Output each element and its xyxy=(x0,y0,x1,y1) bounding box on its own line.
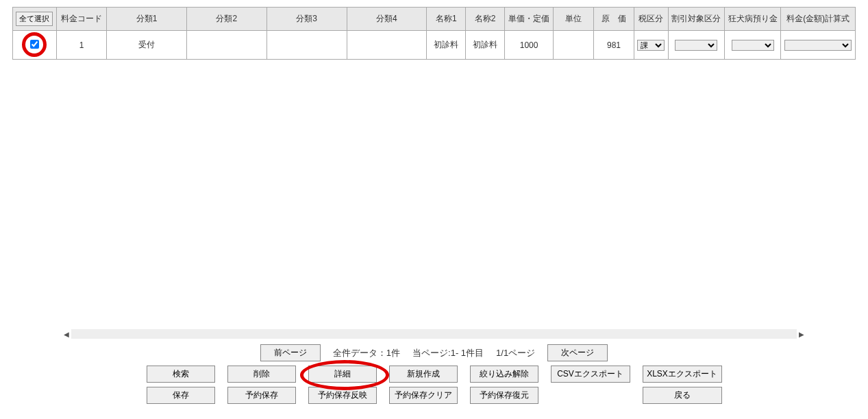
header-name2: 名称2 xyxy=(466,8,505,31)
cell-tax-type: 課 xyxy=(634,31,668,60)
row-checkbox[interactable] xyxy=(30,40,39,49)
paging-row: 前ページ 全件データ：1件 当ページ:1- 1件目 1/1ページ 次ページ xyxy=(260,344,608,361)
action-row-1: 検索 削除 詳細 新規作成 絞り込み解除 CSVエクスポート XLSXエクスポー… xyxy=(147,366,722,383)
footer: 前ページ 全件データ：1件 当ページ:1- 1件目 1/1ページ 次ページ 検索… xyxy=(0,342,868,404)
header-tax-type: 税区分 xyxy=(634,8,668,31)
header-cost: 原 価 xyxy=(594,8,634,31)
scroll-right-icon[interactable]: ▶ xyxy=(797,329,806,339)
reserve-save-button[interactable]: 予約保存 xyxy=(227,387,296,404)
header-fee-code: 料金コード xyxy=(56,8,106,31)
search-button[interactable]: 検索 xyxy=(147,366,215,383)
header-cat2: 分類2 xyxy=(186,8,266,31)
fee-table: 全て選択 料金コード 分類1 分類2 分類3 分類4 名称1 名称2 単価・定価… xyxy=(12,7,856,60)
scroll-track[interactable] xyxy=(71,329,797,339)
xlsx-export-button[interactable]: XLSXエクスポート xyxy=(643,366,722,383)
select-all-button[interactable]: 全て選択 xyxy=(16,12,53,26)
header-discount-type: 割引対象区分 xyxy=(668,8,724,31)
page-of-label: 1/1ページ xyxy=(496,347,535,359)
header-rabies-deposit: 狂犬病預り金 xyxy=(724,8,780,31)
current-range-label: 当ページ:1- 1件目 xyxy=(412,347,484,359)
reserve-restore-button[interactable]: 予約保存復元 xyxy=(470,387,538,404)
cell-cost: 981 xyxy=(594,31,634,60)
cell-name2: 初診料 xyxy=(466,31,505,60)
rabies-deposit-select[interactable] xyxy=(732,40,774,51)
cell-cat4 xyxy=(347,31,427,60)
tax-type-select[interactable]: 課 xyxy=(637,40,665,51)
fee-formula-select[interactable] xyxy=(784,40,852,51)
detail-button[interactable]: 詳細 xyxy=(308,366,377,383)
scroll-left-icon[interactable]: ◀ xyxy=(62,329,71,339)
header-select: 全て選択 xyxy=(13,8,57,31)
total-count-label: 全件データ：1件 xyxy=(333,347,400,359)
new-button[interactable]: 新規作成 xyxy=(389,366,458,383)
app-window: 全て選択 料金コード 分類1 分類2 分類3 分類4 名称1 名称2 単価・定価… xyxy=(0,0,868,419)
cell-fee-formula xyxy=(781,31,856,60)
header-unit-price: 単価・定価 xyxy=(505,8,554,31)
horizontal-scrollbar[interactable]: ◀ ▶ xyxy=(62,329,806,339)
back-button[interactable]: 戻る xyxy=(643,387,722,404)
cell-cat2 xyxy=(186,31,266,60)
header-unit: 単位 xyxy=(554,8,594,31)
clear-filter-button[interactable]: 絞り込み解除 xyxy=(470,366,538,383)
cell-fee-code: 1 xyxy=(56,31,106,60)
discount-type-select[interactable] xyxy=(675,40,717,51)
cell-cat1: 受付 xyxy=(107,31,187,60)
cell-unit xyxy=(554,31,594,60)
table-wrapper: 全て選択 料金コード 分類1 分類2 分類3 分類4 名称1 名称2 単価・定価… xyxy=(12,7,856,329)
csv-export-button[interactable]: CSVエクスポート xyxy=(551,366,630,383)
header-cat3: 分類3 xyxy=(266,8,347,31)
header-name1: 名称1 xyxy=(427,8,466,31)
table-header-row: 全て選択 料金コード 分類1 分類2 分類3 分類4 名称1 名称2 単価・定価… xyxy=(13,8,856,31)
table-row: 1 受付 初診料 初診料 1000 981 課 xyxy=(13,31,856,60)
next-page-button[interactable]: 次ページ xyxy=(547,344,608,361)
cell-select xyxy=(13,31,57,60)
delete-button[interactable]: 削除 xyxy=(227,366,296,383)
prev-page-button[interactable]: 前ページ xyxy=(260,344,321,361)
cell-discount-type xyxy=(668,31,724,60)
reserve-apply-button[interactable]: 予約保存反映 xyxy=(308,387,377,404)
save-button[interactable]: 保存 xyxy=(147,387,215,404)
cell-rabies-deposit xyxy=(724,31,780,60)
header-cat4: 分類4 xyxy=(347,8,427,31)
reserve-clear-button[interactable]: 予約保存クリア xyxy=(389,387,458,404)
highlight-ellipse-icon: 詳細 xyxy=(308,366,377,383)
header-fee-formula: 料金(金額)計算式 xyxy=(781,8,856,31)
cell-name1: 初診料 xyxy=(427,31,466,60)
cell-unit-price: 1000 xyxy=(505,31,554,60)
action-row-2: 保存 予約保存 予約保存反映 予約保存クリア 予約保存復元 戻る xyxy=(147,387,722,404)
cell-cat3 xyxy=(266,31,347,60)
header-cat1: 分類1 xyxy=(107,8,187,31)
